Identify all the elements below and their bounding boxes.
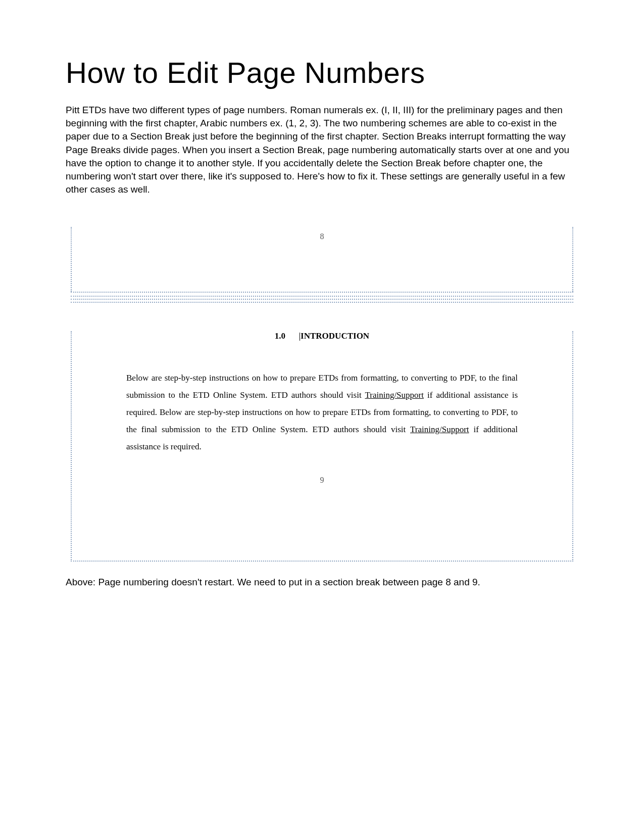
figure-caption: Above: Page numbering doesn't restart. W… bbox=[66, 577, 578, 588]
text-cursor-icon bbox=[300, 333, 300, 341]
chapter-number: 1.0 bbox=[275, 331, 285, 341]
page-preview-top: 8 bbox=[71, 227, 573, 292]
chapter-heading: 1.0INTRODUCTION bbox=[72, 331, 572, 341]
chapter-title: INTRODUCTION bbox=[301, 331, 369, 341]
figure-screenshot: 8 1.0INTRODUCTION Below are step-by-step… bbox=[71, 227, 573, 562]
page-number-bottom: 9 bbox=[72, 455, 572, 490]
page-preview-bottom: 1.0INTRODUCTION Below are step-by-step i… bbox=[71, 331, 573, 562]
intro-paragraph: Pitt ETDs have two different types of pa… bbox=[66, 104, 578, 197]
page-title: How to Edit Page Numbers bbox=[66, 56, 578, 89]
link-training-support: Training/Support bbox=[365, 390, 424, 400]
page-number-top: 8 bbox=[72, 227, 572, 241]
page-gap bbox=[71, 292, 573, 303]
link-training-support-2: Training/Support bbox=[410, 425, 469, 434]
body-paragraph: Below are step-by-step instructions on h… bbox=[72, 369, 572, 455]
